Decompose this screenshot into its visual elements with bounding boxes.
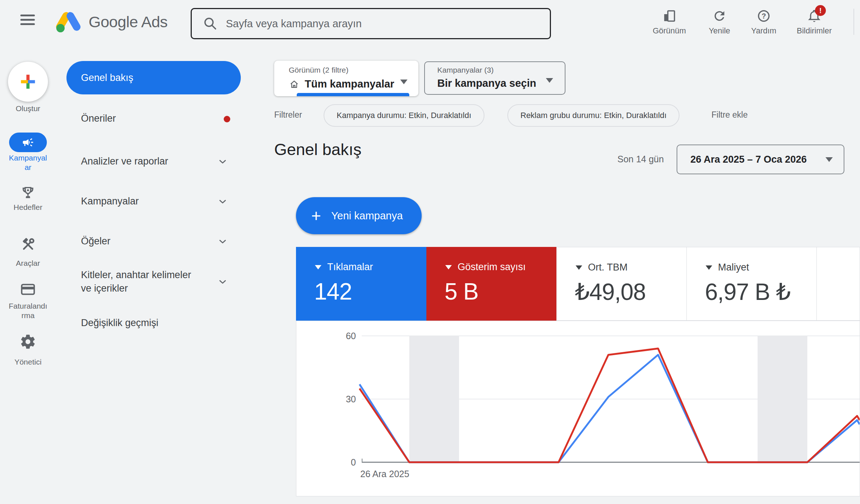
view-selector-value: Tüm kampanyalar xyxy=(305,78,394,90)
subnav-item-ogeler[interactable]: Öğeler xyxy=(81,236,110,247)
campaign-selector-label: Kampanyalar (3) xyxy=(437,66,494,74)
filter-chip-campaign-status[interactable]: Kampanya durumu: Etkin, Duraklatıldı xyxy=(324,104,484,127)
overview-chart[interactable]: 6030026 Ara 2025 xyxy=(296,321,860,496)
date-range-value: 26 Ara 2025 – 7 Oca 2026 xyxy=(690,154,807,165)
svg-text:26 Ara 2025: 26 Ara 2025 xyxy=(360,469,409,479)
create-label: Oluştur xyxy=(0,104,56,113)
product-title: Google Ads xyxy=(89,13,167,31)
scorecard-metric-dropdown[interactable]: Gösterim sayısı xyxy=(445,261,526,273)
dropdown-arrow-icon xyxy=(445,265,452,269)
chevron-down-icon[interactable] xyxy=(217,236,228,247)
svg-text:30: 30 xyxy=(346,394,356,404)
dropdown-arrow-icon xyxy=(546,78,553,83)
scorecard-ort-tbm[interactable]: Ort. TBM ₺49,08 xyxy=(556,247,687,321)
chevron-down-icon[interactable] xyxy=(217,156,228,167)
notification-badge: ! xyxy=(815,5,826,16)
dropdown-arrow-icon xyxy=(400,80,407,84)
scorecard-value: 5 B xyxy=(445,278,478,305)
chevron-down-icon[interactable] xyxy=(217,276,228,287)
scorecard-gosterim[interactable]: Gösterim sayısı 5 B xyxy=(426,247,557,321)
dropdown-arrow-icon xyxy=(576,265,582,270)
subnav-item-degisiklik-gecmisi[interactable]: Değişiklik geçmişi xyxy=(81,317,158,329)
sidebar-item-kampanyalar[interactable] xyxy=(9,133,47,152)
help-button[interactable]: ? Yardım xyxy=(740,8,787,36)
view-selector-label: Görünüm (2 filtre) xyxy=(289,66,349,74)
billing-card-icon xyxy=(20,281,36,298)
search-icon xyxy=(203,16,218,31)
view-selected-indicator xyxy=(297,93,409,96)
sidebar-label-yonetici[interactable]: Yönetici xyxy=(0,357,56,367)
scorecard-strip: Tıklamalar 142 Gösterim sayısı 5 B Ort. … xyxy=(296,247,860,321)
refresh-icon xyxy=(712,9,727,23)
subnav-item-kitleler[interactable]: Kitleler, anahtar kelimelerve içerikler xyxy=(81,268,226,295)
scorecard-metric-dropdown[interactable]: Maliyet xyxy=(706,262,749,273)
google-ads-app: Google Ads Sayfa veya kampanya arayın Gö… xyxy=(0,0,860,504)
scorecard-empty xyxy=(816,247,860,321)
plus-icon: + xyxy=(311,198,321,233)
google-ads-logo-icon xyxy=(54,10,82,33)
svg-text:0: 0 xyxy=(351,457,356,467)
scorecard-maliyet[interactable]: Maliyet 6,97 B ₺ xyxy=(686,247,817,321)
page-title: Genel bakış xyxy=(274,140,361,159)
line-chart: 6030026 Ara 2025 xyxy=(296,321,860,496)
sidebar-item-faturalandirma[interactable] xyxy=(0,281,56,298)
sidebar-label-kampanyalar[interactable]: Kampanyalar xyxy=(0,153,56,172)
sidebar-label-araclar[interactable]: Araçlar xyxy=(0,259,56,268)
filters-title: Filtreler xyxy=(274,110,302,120)
menu-icon[interactable] xyxy=(20,15,35,26)
scorecard-metric-dropdown[interactable]: Ort. TBM xyxy=(576,262,628,273)
scorecard-value: 142 xyxy=(314,278,352,305)
dropdown-arrow-icon xyxy=(706,265,712,270)
dropdown-arrow-icon xyxy=(825,157,833,162)
help-icon: ? xyxy=(756,9,771,23)
scorecard-value: 6,97 B ₺ xyxy=(705,279,791,305)
sidebar-item-yonetici[interactable] xyxy=(0,333,56,350)
campaign-selector-value: Bir kampanya seçin xyxy=(437,77,536,89)
svg-text:?: ? xyxy=(762,12,766,20)
chevron-down-icon[interactable] xyxy=(217,196,228,207)
create-button[interactable] xyxy=(8,62,48,102)
create-plus-icon xyxy=(18,72,38,92)
appearance-button[interactable]: Görünüm xyxy=(646,8,693,36)
sidebar-item-araclar[interactable] xyxy=(0,236,56,253)
scorecard-tiklamalar[interactable]: Tıklamalar 142 xyxy=(296,247,426,321)
trophy-icon xyxy=(20,184,36,201)
subnav-item-oneriler[interactable]: Öneriler xyxy=(81,113,116,124)
sidebar-item-hedefler[interactable] xyxy=(0,184,56,201)
notifications-button[interactable]: ! Bildirimler xyxy=(791,8,838,36)
campaign-selector[interactable]: Kampanyalar (3) Bir kampanya seçin xyxy=(424,61,565,95)
add-filter-button[interactable]: Filtre ekle xyxy=(711,110,748,120)
subnav-item-kampanyalar[interactable]: Kampanyalar xyxy=(81,196,139,207)
svg-text:60: 60 xyxy=(346,331,356,341)
gear-icon xyxy=(20,333,36,350)
sidebar-label-hedefler[interactable]: Hedefler xyxy=(0,203,56,212)
filter-chip-adgroup-status[interactable]: Reklam grubu durumu: Etkin, Duraklatıldı xyxy=(507,104,680,127)
tools-icon xyxy=(20,236,36,253)
subnav-item-genel-bakis[interactable]: Genel bakış xyxy=(66,61,241,94)
search-placeholder: Sayfa veya kampanya arayın xyxy=(226,18,362,30)
date-range-preset-label: Son 14 gün xyxy=(617,154,664,164)
sidebar-label-faturalandirma[interactable]: Faturalandırma xyxy=(0,301,56,320)
appearance-icon xyxy=(662,9,677,23)
header-divider xyxy=(853,9,854,35)
subnav-item-analizler[interactable]: Analizler ve raporlar xyxy=(81,156,168,167)
megaphone-icon xyxy=(22,136,34,149)
dropdown-arrow-icon xyxy=(315,265,321,269)
scorecard-value: ₺49,08 xyxy=(575,279,646,305)
new-campaign-button[interactable]: + Yeni kampanya xyxy=(296,197,422,234)
home-icon xyxy=(289,79,300,90)
scorecard-metric-dropdown[interactable]: Tıklamalar xyxy=(315,261,373,273)
view-selector[interactable]: Görünüm (2 filtre) Tüm kampanyalar xyxy=(274,61,418,96)
date-range-selector[interactable]: 26 Ara 2025 – 7 Oca 2026 xyxy=(677,145,844,174)
search-input[interactable]: Sayfa veya kampanya arayın xyxy=(191,8,551,39)
refresh-button[interactable]: Yenile xyxy=(696,8,743,36)
recommendations-dot xyxy=(224,116,230,122)
